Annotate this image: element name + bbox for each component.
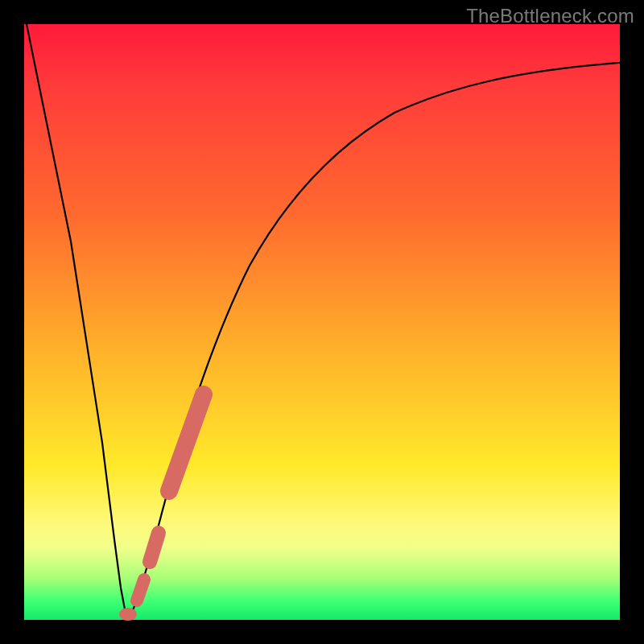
plot-area [24, 24, 620, 620]
highlight-bottom-dot [119, 608, 137, 621]
highlight-lower [137, 580, 144, 601]
bottleneck-curve [27, 24, 620, 617]
plot-svg [24, 24, 620, 620]
highlight-upper [169, 394, 204, 491]
chart-frame: TheBottleneck.com [0, 0, 644, 644]
highlight-mid [150, 533, 159, 562]
watermark-text: TheBottleneck.com [466, 5, 634, 27]
